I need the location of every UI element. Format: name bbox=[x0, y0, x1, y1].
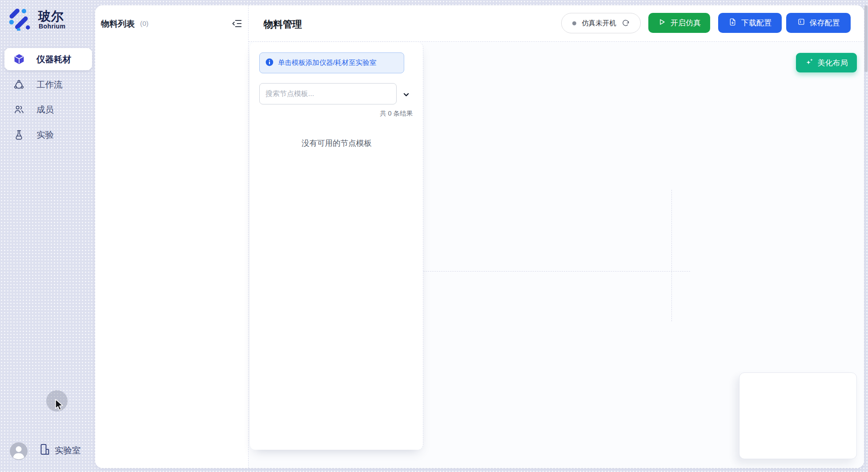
sidebar-item-label: 成员 bbox=[36, 104, 54, 116]
play-icon bbox=[658, 18, 666, 28]
save-config-label: 保存配置 bbox=[810, 18, 840, 28]
canvas-guide-horizontal bbox=[423, 271, 690, 272]
material-list-title: 物料列表 bbox=[101, 18, 135, 30]
cursor-arrow bbox=[55, 399, 65, 412]
sparkles-icon bbox=[805, 57, 814, 68]
scrollbar-thumb[interactable] bbox=[864, 5, 868, 72]
sidebar-item-label: 仪器耗材 bbox=[36, 53, 71, 65]
template-hint-text: 单击模板添加仪器/耗材至实验室 bbox=[278, 58, 376, 68]
status-dot bbox=[572, 21, 576, 25]
beautify-layout-label: 美化布局 bbox=[818, 58, 848, 68]
status-label: 仿真未开机 bbox=[582, 19, 616, 28]
refresh-icon[interactable] bbox=[622, 19, 630, 27]
sidebar-item-label: 工作流 bbox=[36, 79, 63, 91]
minimap-panel[interactable] bbox=[739, 372, 857, 459]
user-avatar[interactable] bbox=[10, 442, 28, 460]
info-circle-icon bbox=[265, 58, 273, 68]
chevron-down-icon[interactable] bbox=[400, 88, 412, 100]
file-download-icon bbox=[728, 18, 737, 28]
laboratory-label: 实验室 bbox=[55, 444, 81, 456]
sidebar-item-workflow[interactable]: 工作流 bbox=[4, 73, 92, 96]
workflow-icon bbox=[13, 79, 25, 90]
sidebar-item-label: 实验 bbox=[36, 129, 54, 141]
template-hint-banner: 单击模板添加仪器/耗材至实验室 bbox=[259, 52, 404, 73]
sidebar-item-laboratory[interactable]: 实验室 bbox=[39, 443, 81, 457]
panel-divider bbox=[248, 5, 249, 468]
header-divider bbox=[249, 41, 864, 42]
test-tube-icon bbox=[13, 129, 25, 140]
canvas-guide-vertical bbox=[671, 190, 672, 321]
users-icon bbox=[13, 104, 25, 115]
indent-decrease-icon[interactable] bbox=[231, 18, 243, 29]
simulation-status-pill: 仿真未开机 bbox=[561, 13, 641, 33]
building-icon bbox=[39, 443, 51, 457]
beautify-layout-button[interactable]: 美化布局 bbox=[796, 53, 857, 72]
app-root: 玻尔 Bohrium 仪器耗材 工作流 bbox=[0, 0, 868, 472]
save-icon bbox=[797, 18, 805, 28]
brand-subtitle: Bohrium bbox=[39, 23, 65, 30]
start-simulation-label: 开启仿真 bbox=[671, 18, 701, 28]
empty-state-text: 没有可用的节点模板 bbox=[250, 138, 423, 148]
result-count: 共 0 条结果 bbox=[259, 109, 413, 118]
cube-icon bbox=[13, 53, 25, 65]
download-config-button[interactable]: 下载配置 bbox=[718, 13, 782, 33]
sidebar-item-members[interactable]: 成员 bbox=[4, 98, 92, 120]
sidebar-item-experiments[interactable]: 实验 bbox=[4, 124, 92, 146]
page-title: 物料管理 bbox=[264, 18, 302, 31]
material-list-count: (0) bbox=[140, 20, 149, 28]
sidebar-item-instruments[interactable]: 仪器耗材 bbox=[4, 48, 92, 70]
save-config-button[interactable]: 保存配置 bbox=[786, 13, 851, 33]
bohrium-logo-icon bbox=[7, 7, 31, 31]
search-input[interactable] bbox=[259, 83, 397, 104]
download-config-label: 下载配置 bbox=[741, 18, 772, 28]
start-simulation-button[interactable]: 开启仿真 bbox=[648, 13, 710, 33]
